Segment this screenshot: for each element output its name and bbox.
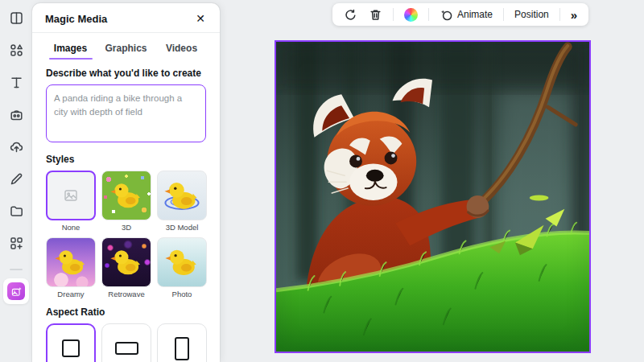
style-option-3d[interactable]: 3D <box>101 171 151 232</box>
prompt-input[interactable] <box>46 84 206 142</box>
position-label: Position <box>514 9 549 20</box>
tab-graphics[interactable]: Graphics <box>98 36 154 60</box>
projects-icon <box>9 204 24 222</box>
aspect-ratio-options <box>46 323 206 362</box>
prompt-label: Describe what you'd like to create <box>46 68 206 79</box>
sidebar-item-apps[interactable] <box>3 232 29 257</box>
color-button[interactable] <box>399 6 423 24</box>
more-options-button[interactable]: » <box>566 6 582 23</box>
double-chevron-icon: » <box>571 9 577 21</box>
style-label: Retrowave <box>101 290 151 298</box>
aspect-ratio-label: Aspect Ratio <box>46 306 206 318</box>
trash-icon <box>369 8 382 22</box>
draw-icon <box>9 171 24 190</box>
elements-icon <box>9 43 24 61</box>
magic-media-panel: Magic Media ✕ Images Graphics Videos Des… <box>32 3 220 362</box>
sidebar-item-brand[interactable] <box>3 103 29 129</box>
style-label: Dreamy <box>46 290 96 298</box>
tab-videos[interactable]: Videos <box>154 36 209 60</box>
text-icon <box>9 75 24 93</box>
animate-button[interactable]: Animate <box>435 6 497 24</box>
sidebar-item-uploads[interactable] <box>3 135 29 161</box>
sidebar-item-draw[interactable] <box>3 167 29 193</box>
styles-grid: None 3D 3D Model Dreamy Retrowave <box>46 171 206 298</box>
toolbar-divider <box>393 8 394 21</box>
delete-button[interactable] <box>364 6 387 24</box>
portrait-ratio-icon <box>175 337 189 360</box>
style-label: 3D <box>101 223 151 232</box>
sidebar-item-text[interactable] <box>3 71 29 97</box>
style-label: Photo <box>157 290 207 298</box>
sidebar-item-magic-media[interactable] <box>3 278 29 304</box>
styles-label: Styles <box>46 154 206 165</box>
panel-title: Magic Media <box>45 13 107 25</box>
context-toolbar: Animate Position » <box>332 3 588 26</box>
square-ratio-icon <box>62 339 80 357</box>
animate-icon <box>440 8 453 22</box>
sidebar-item-design[interactable] <box>3 6 29 32</box>
tab-images[interactable]: Images <box>43 36 98 60</box>
style-option-retrowave[interactable]: Retrowave <box>101 237 151 298</box>
style-label: None <box>46 223 96 232</box>
sidebar <box>0 0 32 362</box>
style-option-dreamy[interactable]: Dreamy <box>46 237 96 298</box>
toolbar-divider <box>503 8 504 21</box>
toolbar-divider <box>559 8 560 21</box>
style-option-photo[interactable]: Photo <box>157 237 207 298</box>
close-icon[interactable]: ✕ <box>194 11 207 26</box>
panel-tabs: Images Graphics Videos <box>43 36 209 60</box>
position-button[interactable]: Position <box>510 6 554 23</box>
magic-media-icon <box>7 282 25 300</box>
style-option-3d-model[interactable]: 3D Model <box>157 171 207 232</box>
apps-icon <box>9 236 24 254</box>
generated-red-panda-image <box>276 42 589 352</box>
regenerate-icon <box>344 8 357 22</box>
design-icon <box>9 10 24 29</box>
sidebar-item-elements[interactable] <box>3 39 29 64</box>
toolbar-divider <box>428 8 429 21</box>
canvas-selected-image[interactable] <box>275 40 591 353</box>
panel-header: Magic Media ✕ <box>32 3 220 33</box>
style-option-none[interactable]: None <box>46 171 96 232</box>
regenerate-button[interactable] <box>339 6 362 24</box>
aspect-square-button[interactable] <box>46 323 96 362</box>
color-wheel-icon <box>404 8 418 22</box>
sidebar-item-projects[interactable] <box>3 200 29 225</box>
style-label: 3D Model <box>157 223 207 232</box>
uploads-icon <box>9 139 24 158</box>
sidebar-divider <box>10 269 23 270</box>
animate-label: Animate <box>457 9 493 20</box>
landscape-ratio-icon <box>115 342 138 355</box>
brand-icon <box>9 107 24 125</box>
aspect-portrait-button[interactable] <box>157 323 207 362</box>
image-placeholder-icon <box>63 187 79 204</box>
aspect-landscape-button[interactable] <box>101 323 151 362</box>
app-window: Magic Media ✕ Images Graphics Videos Des… <box>0 0 644 362</box>
